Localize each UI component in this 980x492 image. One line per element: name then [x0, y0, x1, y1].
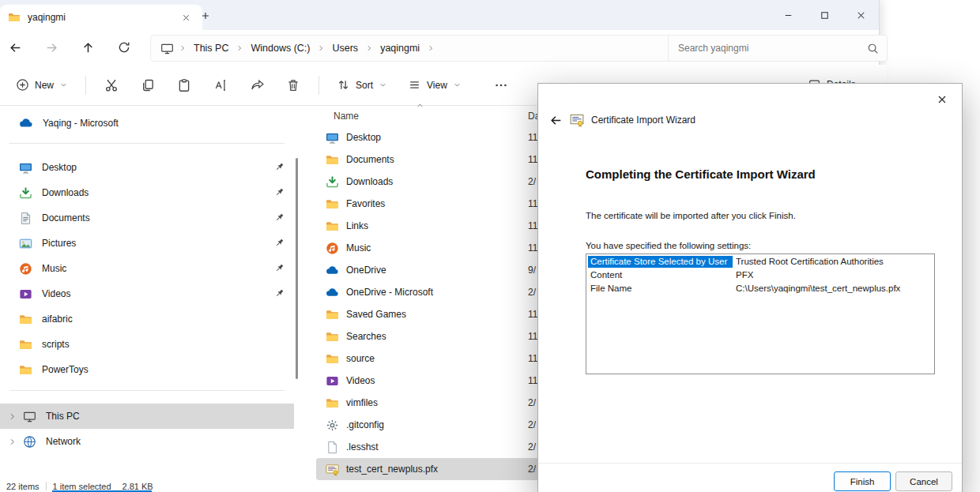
sidebar-item-label: Downloads [42, 187, 89, 198]
sidebar-item-videos[interactable]: Videos [0, 281, 294, 306]
copy-icon [141, 78, 155, 92]
refresh-button[interactable] [111, 35, 138, 60]
scrollbar-thumb[interactable] [296, 158, 298, 379]
breadcrumb-users[interactable]: Users [326, 40, 364, 56]
folder-icon [326, 220, 339, 233]
tab-yaqingmi[interactable]: yaqingmi [0, 5, 202, 30]
navigation-pane: Yaqing - Microsoft Desktop Downloads Doc… [0, 105, 294, 480]
search-box[interactable] [668, 35, 888, 62]
chevron-right-icon [8, 438, 17, 446]
view-label: View [427, 80, 447, 91]
paste-button[interactable] [168, 71, 200, 100]
folder-icon [326, 308, 339, 321]
new-icon [16, 78, 29, 92]
breadcrumb-yaqingmi[interactable]: yaqingmi [375, 40, 425, 56]
copy-button[interactable] [132, 71, 164, 100]
forward-button[interactable] [38, 35, 65, 60]
rename-button[interactable] [205, 71, 236, 100]
breadcrumb-this-pc[interactable]: This PC [188, 40, 234, 56]
back-button[interactable] [2, 35, 28, 60]
window-controls [770, 0, 879, 30]
maximize-button[interactable] [806, 0, 842, 30]
file-date: 11 [528, 353, 537, 364]
this-pc-icon [160, 42, 174, 55]
settings-row[interactable]: Content PFX [588, 269, 933, 281]
new-tab-button[interactable] [196, 6, 215, 25]
sidebar-item-network[interactable]: Network [0, 429, 294, 454]
certificate-import-wizard-dialog: Certificate Import Wizard Completing the… [537, 83, 963, 492]
videos-icon [19, 287, 32, 301]
search-icon [867, 43, 879, 54]
new-button[interactable]: New [8, 71, 76, 100]
file-date: 2/ [528, 419, 536, 430]
wizard-body-text: The certificate will be imported after y… [586, 211, 796, 220]
new-label: New [35, 80, 54, 91]
file-name: Searches [346, 331, 386, 342]
file-icon [326, 441, 339, 454]
column-header-name[interactable]: Name [334, 111, 359, 122]
dialog-title: Certificate Import Wizard [591, 115, 695, 126]
sidebar-item-desktop[interactable]: Desktop [0, 155, 294, 180]
sort-icon [337, 78, 350, 92]
file-name: OneDrive - Microsoft [346, 287, 433, 298]
file-date: 11 [528, 154, 537, 165]
breadcrumb-windows-c[interactable]: Windows (C:) [245, 40, 315, 56]
chevron-down-icon [379, 81, 387, 89]
documents-icon [19, 212, 32, 225]
sort-button[interactable]: Sort [329, 71, 395, 100]
sidebar-item-label: Videos [42, 288, 70, 299]
chevron-right-icon [427, 44, 435, 52]
finish-button[interactable]: Finish [834, 471, 891, 491]
folder-icon [19, 313, 32, 326]
close-icon [936, 93, 948, 106]
settings-list[interactable]: Certificate Store Selected by User Trust… [586, 254, 935, 374]
sidebar-item-label: Yaqing - Microsoft [43, 118, 119, 129]
view-button[interactable]: View [400, 71, 469, 100]
tab-close-button[interactable] [177, 9, 194, 26]
cut-icon [104, 78, 119, 92]
sidebar-item-powertoys[interactable]: PowerToys [0, 357, 294, 382]
settings-row[interactable]: File Name C:\Users\yaqingmi\test_cert_ne… [588, 283, 933, 295]
pin-icon [274, 212, 285, 223]
dialog-close-button[interactable] [930, 90, 954, 109]
back-icon[interactable] [549, 114, 563, 127]
this-pc-icon [23, 410, 36, 423]
address-bar[interactable]: This PC Windows (C:) Users yaqingmi [150, 35, 672, 62]
folder-icon [326, 396, 339, 410]
up-icon [81, 41, 95, 54]
cloud-icon [326, 264, 339, 277]
sidebar-item-scripts[interactable]: scripts [0, 332, 294, 357]
sidebar-item-downloads[interactable]: Downloads [0, 180, 294, 205]
cancel-button[interactable]: Cancel [895, 471, 952, 491]
sidebar-item-music[interactable]: Music [0, 256, 294, 281]
more-options-button[interactable] [485, 71, 517, 100]
sidebar-divider [9, 390, 285, 391]
sidebar-item-onedrive[interactable]: Yaqing - Microsoft [0, 110, 294, 137]
pin-icon [274, 288, 285, 299]
pin-icon [274, 263, 285, 273]
search-input[interactable] [677, 42, 867, 54]
file-name: vimfiles [346, 397, 378, 408]
file-name: Saved Games [346, 309, 406, 320]
sidebar-item-pictures[interactable]: Pictures [0, 231, 294, 256]
chevron-right-icon [236, 44, 243, 52]
sidebar-item-this-pc[interactable]: This PC [0, 404, 294, 429]
sidebar-item-documents[interactable]: Documents [0, 205, 294, 231]
folder-icon [326, 352, 339, 366]
sidebar-item-label: aifabric [42, 314, 73, 325]
minimize-button[interactable] [770, 0, 806, 30]
pin-icon [274, 187, 285, 197]
settings-row[interactable]: Certificate Store Selected by User Trust… [588, 256, 933, 268]
up-button[interactable] [74, 35, 101, 60]
cut-button[interactable] [96, 71, 127, 100]
sidebar-item-aifabric[interactable]: aifabric [0, 306, 294, 332]
file-date: 9/ [528, 265, 536, 276]
dialog-header: Certificate Import Wizard [549, 111, 695, 130]
file-date: 11 [528, 375, 537, 386]
delete-button[interactable] [277, 71, 309, 100]
downloads-icon [326, 175, 339, 189]
sidebar-item-label: This PC [46, 411, 80, 422]
close-button[interactable] [842, 0, 879, 30]
rename-icon [213, 78, 228, 92]
share-button[interactable] [241, 71, 273, 100]
